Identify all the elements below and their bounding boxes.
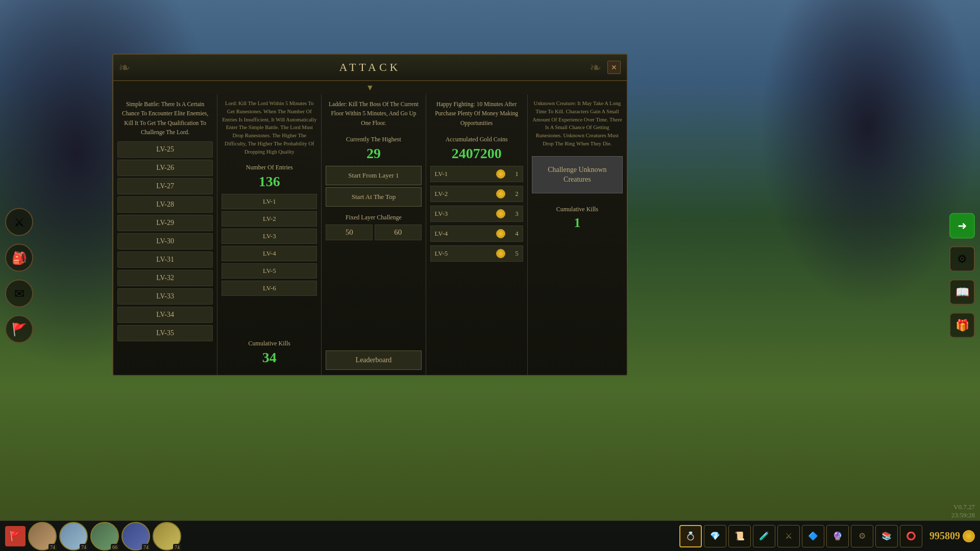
hero-level-5: 74 (173, 544, 181, 550)
entry-item[interactable]: LV-2 (222, 211, 317, 227)
mail-icon[interactable]: ✉ (5, 280, 33, 308)
arrow-icon[interactable]: ➜ (949, 213, 975, 239)
settings-icon[interactable]: ⚙ (949, 246, 975, 272)
lord-desc: Lord: Kill The Lord Within 5 Minutes To … (222, 99, 317, 156)
item-slot-bottle[interactable]: 🧪 (753, 525, 775, 547)
currency-value: 995809 (929, 530, 960, 542)
ladder-column: Ladder: Kill The Boss Of The Current Flo… (322, 94, 426, 375)
flag-icon[interactable]: 🚩 (5, 315, 33, 343)
item-slot-ring2[interactable]: ⭕ (900, 525, 922, 547)
unknown-creature-column: Unknown Creature: It May Take A Long Tim… (528, 94, 627, 375)
creature-kills-value: 1 (532, 215, 623, 231)
gold-rows: LV-1 1 LV-2 2 LV-3 3 LV-4 4 (430, 166, 523, 263)
entries-value: 136 (222, 173, 317, 190)
happy-fighting-column: Happy Fighting: 10 Minutes After Purchas… (426, 94, 528, 375)
start-at-top-button[interactable]: Start At The Top (326, 187, 421, 207)
hero-slot-3[interactable]: 66 (90, 522, 119, 550)
item-slot-gem[interactable]: 💎 (704, 525, 726, 547)
entry-list: LV-1 LV-2 LV-3 LV-4 LV-5 LV-6 (222, 194, 317, 296)
creature-desc: Unknown Creature: It May Take A Long Tim… (532, 99, 623, 148)
gold-row[interactable]: LV-2 2 (430, 186, 523, 202)
gold-row[interactable]: LV-3 3 (430, 206, 523, 222)
entry-item[interactable]: LV-4 (222, 246, 317, 261)
close-button[interactable]: ✕ (607, 61, 621, 74)
happy-fighting-desc: Happy Fighting: 10 Minutes After Purchas… (430, 99, 523, 128)
team-flag-icon[interactable]: 🚩 (5, 526, 26, 546)
book-icon[interactable]: 📖 (949, 280, 975, 305)
level-item[interactable]: LV-34 (117, 307, 213, 323)
item-slot-ring[interactable]: 💍 (679, 525, 702, 547)
fixed-layer-val1[interactable]: 50 (326, 224, 373, 240)
gold-row-value: 5 (508, 249, 519, 258)
lord-column: Lord: Kill The Lord Within 5 Minutes To … (217, 94, 322, 375)
gold-row-label: LV-5 (435, 249, 493, 258)
gold-coin-icon (496, 229, 505, 238)
level-item[interactable]: LV-27 (117, 178, 213, 194)
gold-label: Accumulated Gold Coins (430, 136, 523, 143)
item-slot-cube[interactable]: 🔷 (802, 525, 824, 547)
challenge-button[interactable]: Challenge Unknown Creatures (532, 156, 623, 193)
item-slot-scroll[interactable]: 📜 (728, 525, 751, 547)
level-item[interactable]: LV-31 (117, 252, 213, 268)
level-item[interactable]: LV-30 (117, 233, 213, 249)
gold-row-value: 2 (508, 190, 519, 198)
item-slot-gear[interactable]: ⚙ (851, 525, 873, 547)
level-item[interactable]: LV-33 (117, 288, 213, 305)
attack-dialog: ❧ ATTACK ❧ ✕ ▼ Simple Battle: There Is A… (112, 54, 628, 376)
level-list: LV-25 LV-26 LV-27 LV-28 LV-29 LV-30 LV-3… (117, 141, 213, 370)
level-item[interactable]: LV-35 (117, 325, 213, 341)
hero-level-1: 74 (48, 544, 57, 550)
cumulative-section: Cumulative Kills 34 (222, 336, 317, 370)
fixed-layer-val2[interactable]: 60 (375, 224, 422, 240)
gold-coin-icon (496, 169, 505, 179)
right-sidebar: ➜ ⚙ 📖 🎁 (949, 213, 975, 338)
left-sidebar: ⚔ 🎒 ✉ 🚩 (5, 208, 33, 343)
dialog-title: ATTACK (339, 61, 401, 74)
level-item[interactable]: LV-32 (117, 270, 213, 286)
cumulative-kills-value: 34 (222, 349, 317, 366)
swords-icon[interactable]: ⚔ (5, 208, 33, 236)
ladder-buttons: Start From Layer 1 Start At The Top (326, 166, 421, 207)
entry-item[interactable]: LV-5 (222, 263, 317, 279)
start-from-layer-button[interactable]: Start From Layer 1 (326, 166, 421, 185)
item-slot-purple[interactable]: 🔮 (826, 525, 849, 547)
gift-icon[interactable]: 🎁 (949, 313, 975, 338)
entry-item[interactable]: LV-6 (222, 281, 317, 296)
entries-label: Number Of Entries (222, 164, 317, 171)
gold-coin-icon (496, 189, 505, 198)
bottom-bar: 🚩 74 74 66 74 74 💍 💎 📜 🧪 ⚔ 🔷 🔮 ⚙ 📚 (0, 520, 980, 551)
gold-row-label: LV-1 (435, 170, 493, 178)
hero-slot-5[interactable]: 74 (153, 522, 181, 550)
fixed-layer-label: Fixed Layer Challenge (326, 214, 421, 221)
creature-kills-label: Cumulative Kills (532, 206, 623, 213)
currency-display: 995809 (929, 530, 975, 542)
time-text: 23:59:28 (951, 511, 975, 519)
gold-row[interactable]: LV-5 5 (430, 245, 523, 262)
item-slot-sword[interactable]: ⚔ (777, 525, 800, 547)
gold-row-value: 1 (508, 170, 519, 178)
simple-battle-column: Simple Battle: There Is A Certain Chance… (113, 94, 217, 375)
entry-item[interactable]: LV-3 (222, 229, 317, 244)
dialog-body: Simple Battle: There Is A Certain Chance… (113, 94, 627, 375)
leaderboard-button[interactable]: Leaderboard (326, 350, 421, 370)
gold-row-value: 3 (508, 210, 519, 218)
gold-row-label: LV-3 (435, 210, 493, 218)
hero-slot-1[interactable]: 74 (28, 522, 57, 550)
level-item[interactable]: LV-26 (117, 160, 213, 176)
hero-level-3: 66 (111, 544, 119, 550)
entry-item[interactable]: LV-1 (222, 194, 317, 209)
level-item[interactable]: LV-28 (117, 196, 213, 213)
gold-row[interactable]: LV-1 1 (430, 166, 523, 182)
backpack-icon[interactable]: 🎒 (5, 244, 33, 272)
version-text: V0.7.27 (951, 503, 975, 511)
hero-slot-4[interactable]: 74 (121, 522, 150, 550)
cumulative-kills-label: Cumulative Kills (222, 340, 317, 347)
hero-level-4: 74 (142, 544, 150, 550)
level-item[interactable]: LV-29 (117, 215, 213, 231)
ornament-left: ❧ (118, 59, 130, 76)
hero-slot-2[interactable]: 74 (59, 522, 88, 550)
gold-row[interactable]: LV-4 4 (430, 226, 523, 242)
item-slot-book2[interactable]: 📚 (875, 525, 898, 547)
level-item[interactable]: LV-25 (117, 141, 213, 158)
gold-coin-icon (496, 249, 505, 258)
